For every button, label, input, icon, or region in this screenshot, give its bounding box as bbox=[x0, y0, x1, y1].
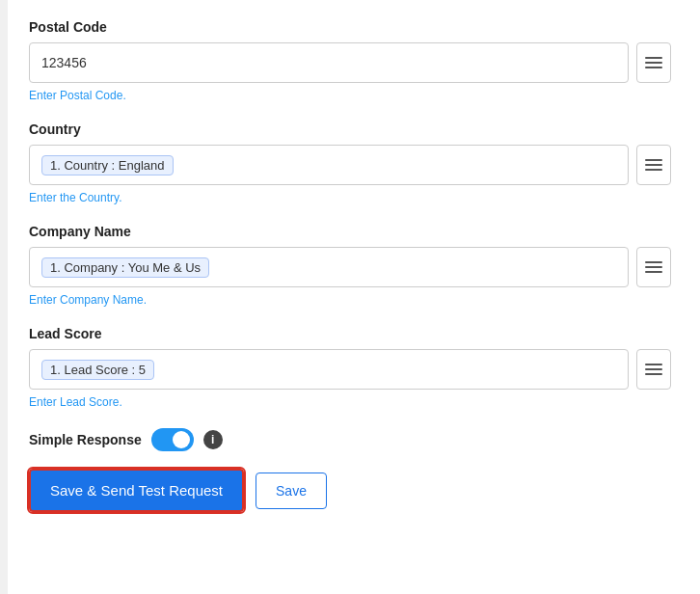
postal-code-label: Postal Code bbox=[29, 19, 671, 35]
simple-response-section: Simple Response i bbox=[29, 428, 671, 451]
lead-score-tag: 1. Lead Score : 5 bbox=[41, 360, 154, 380]
country-tag: 1. Country : England bbox=[41, 155, 174, 176]
country-label: Country bbox=[29, 122, 671, 137]
lead-score-menu-button[interactable] bbox=[636, 349, 671, 390]
simple-response-toggle[interactable] bbox=[151, 428, 194, 451]
simple-response-label: Simple Response bbox=[29, 432, 142, 447]
country-input[interactable]: 1. Country : England bbox=[29, 145, 629, 185]
postal-code-row bbox=[29, 42, 671, 83]
save-and-send-button[interactable]: Save & Send Test Request bbox=[29, 469, 244, 512]
company-name-tag: 1. Company : You Me & Us bbox=[41, 257, 209, 278]
country-section: Country 1. Country : England Enter the C… bbox=[29, 122, 671, 204]
lead-score-hint: Enter Lead Score. bbox=[29, 395, 671, 409]
lead-score-label: Lead Score bbox=[29, 326, 671, 341]
country-row: 1. Country : England bbox=[29, 145, 671, 185]
info-icon[interactable]: i bbox=[203, 430, 223, 449]
lead-score-row: 1. Lead Score : 5 bbox=[29, 349, 671, 390]
lead-score-input[interactable]: 1. Lead Score : 5 bbox=[29, 349, 629, 390]
postal-code-input[interactable] bbox=[29, 42, 629, 83]
toggle-slider bbox=[151, 428, 194, 451]
lead-score-section: Lead Score 1. Lead Score : 5 Enter Lead … bbox=[29, 326, 671, 409]
country-menu-button[interactable] bbox=[636, 145, 671, 185]
postal-code-menu-button[interactable] bbox=[636, 42, 671, 83]
buttons-row: Save & Send Test Request Save bbox=[29, 469, 671, 512]
postal-code-section: Postal Code Enter Postal Code. bbox=[29, 19, 671, 102]
company-name-hint: Enter Company Name. bbox=[29, 293, 671, 307]
postal-code-hint: Enter Postal Code. bbox=[29, 89, 671, 102]
country-hint: Enter the Country. bbox=[29, 191, 671, 204]
company-name-row: 1. Company : You Me & Us bbox=[29, 247, 671, 287]
company-name-section: Company Name 1. Company : You Me & Us En… bbox=[29, 224, 671, 307]
save-button[interactable]: Save bbox=[256, 472, 327, 509]
company-name-input[interactable]: 1. Company : You Me & Us bbox=[29, 247, 629, 287]
company-name-label: Company Name bbox=[29, 224, 671, 239]
company-name-menu-button[interactable] bbox=[636, 247, 671, 287]
